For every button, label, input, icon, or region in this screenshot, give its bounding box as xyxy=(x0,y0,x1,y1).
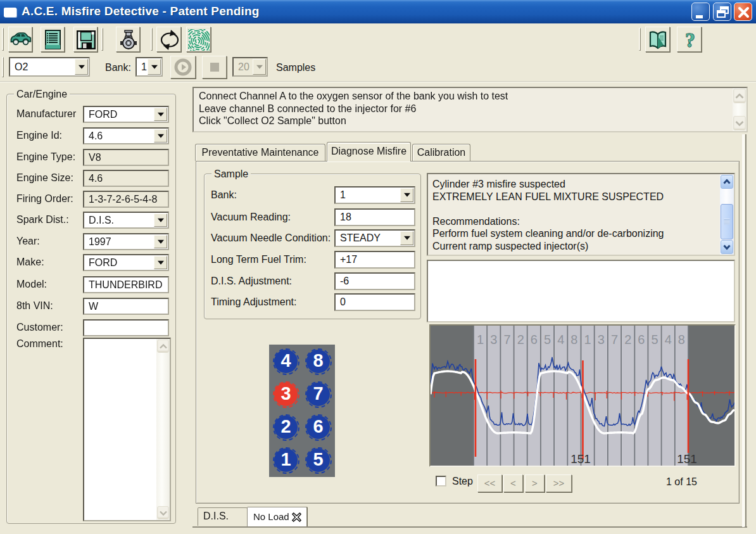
svg-text:6: 6 xyxy=(531,333,538,346)
svg-text:151: 151 xyxy=(677,452,697,466)
svg-text:2: 2 xyxy=(517,333,524,346)
svg-text:5: 5 xyxy=(651,333,658,346)
svg-text:1: 1 xyxy=(584,333,591,346)
svg-text:4: 4 xyxy=(557,333,564,346)
svg-text:8: 8 xyxy=(678,333,685,346)
svg-text:?: ? xyxy=(685,30,695,50)
svg-text:2: 2 xyxy=(624,333,631,346)
svg-text:6: 6 xyxy=(638,333,645,346)
svg-text:151: 151 xyxy=(570,452,591,466)
svg-text:4: 4 xyxy=(665,333,672,346)
svg-text:8: 8 xyxy=(570,333,577,346)
svg-text:7: 7 xyxy=(503,333,510,346)
svg-text:7: 7 xyxy=(611,333,618,346)
svg-text:1: 1 xyxy=(477,333,484,346)
svg-text:5: 5 xyxy=(544,333,551,346)
svg-text:3: 3 xyxy=(490,333,497,346)
svg-text:3: 3 xyxy=(598,333,605,346)
